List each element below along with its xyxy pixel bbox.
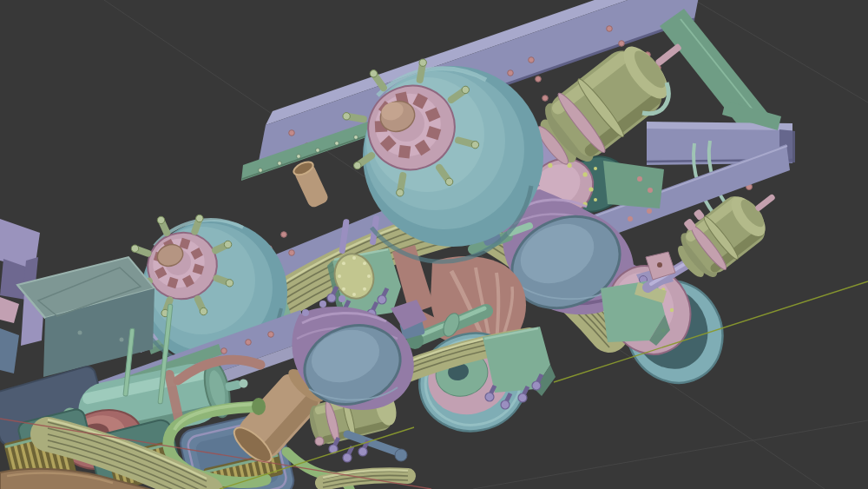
rear-spring-seat — [601, 280, 670, 346]
push-rod — [654, 43, 682, 67]
slack-adjuster — [347, 434, 401, 453]
adjuster-pivot — [395, 449, 407, 461]
exhaust-stack — [292, 159, 330, 208]
battery-box — [17, 257, 155, 377]
push-rod — [754, 194, 776, 213]
blender-3d-viewport[interactable] — [0, 0, 868, 489]
viewport-canvas — [0, 0, 868, 489]
chassis-model — [0, 0, 795, 489]
spring-hanger — [483, 327, 556, 409]
